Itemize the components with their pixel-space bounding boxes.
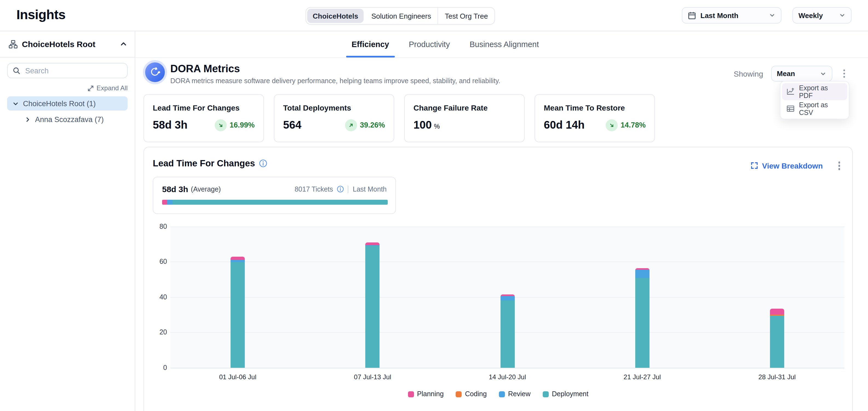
gridline-60 <box>170 262 844 262</box>
aggregation-select[interactable]: Mean <box>771 66 832 81</box>
expand-all-label: Expand All <box>97 84 128 92</box>
bar-segment-planning <box>770 309 784 315</box>
chevron-down-icon <box>769 12 775 19</box>
chevron-down-icon[interactable] <box>12 100 19 106</box>
legend-swatch <box>499 391 505 397</box>
average-label: (Average) <box>191 185 221 193</box>
bar-21-jul-27-jul[interactable] <box>635 268 649 368</box>
y-tick-20: 20 <box>159 328 167 336</box>
chart-yaxis: 020406080 <box>150 227 167 368</box>
bar-segment-planning <box>366 242 380 245</box>
calendar-icon <box>688 11 696 20</box>
table-icon <box>786 105 795 113</box>
date-range-select[interactable]: Last Month <box>682 7 781 24</box>
dora-section-description: DORA metrics measure software delivery p… <box>170 77 500 85</box>
metric-card-value-row: 60d 14h14.78% <box>544 119 646 131</box>
bar-segment-deployment <box>366 246 380 368</box>
expand-all-button[interactable]: Expand All <box>88 84 128 92</box>
bar-segment-planning <box>230 257 245 260</box>
info-icon[interactable] <box>337 185 344 193</box>
lead-time-section: Lead Time For Changes View Breakdown <box>144 147 852 411</box>
info-icon[interactable] <box>259 159 267 168</box>
bar-segment-deployment <box>635 278 649 368</box>
legend-swatch <box>408 391 414 397</box>
legend-swatch <box>543 391 549 397</box>
org-tree: ChoiceHotels Root (1)Anna Scozzafava (7) <box>7 96 128 128</box>
legend-item-planning[interactable]: Planning <box>408 390 443 398</box>
bar-segment-review <box>635 270 649 278</box>
granularity-select[interactable]: Weekly <box>793 7 851 24</box>
sidebar-root-label: ChoiceHotels Root <box>22 39 116 49</box>
expand-all-icon <box>88 85 94 91</box>
tree-item-choicehotels-root-1[interactable]: ChoiceHotels Root (1) <box>7 96 128 110</box>
x-label-01-jul-06-jul: 01 Jul-06 Jul <box>219 373 256 381</box>
menu-item-label: Export as PDF <box>799 84 843 99</box>
gridline-80 <box>170 226 844 227</box>
org-tab-choicehotels[interactable]: ChoiceHotels <box>307 9 364 23</box>
trend-badge: 16.99% <box>215 119 255 131</box>
metric-card-value-row: 100% <box>413 119 515 131</box>
tab-efficiency[interactable]: Efficiency <box>350 31 390 58</box>
menu-item-export-as-pdf[interactable]: Export as PDF <box>782 83 847 100</box>
bar-14-jul-20-jul[interactable] <box>500 295 515 368</box>
bar-segment-review <box>500 296 515 301</box>
showing-controls: Showing Mean <box>734 66 848 81</box>
tree-item-anna-scozzafava-7[interactable]: Anna Scozzafava (7) <box>7 112 128 127</box>
y-tick-60: 60 <box>159 258 167 266</box>
header-controls: Last Month Weekly <box>682 7 851 24</box>
average-summary-card: 58d 3h (Average) 8017 Tickets Last Month <box>153 177 396 214</box>
bar-01-jul-06-jul[interactable] <box>230 257 245 368</box>
progress-segment-review <box>167 200 172 205</box>
x-label-28-jul-31-jul: 28 Jul-31 Jul <box>758 373 796 381</box>
view-breakdown-button[interactable]: View Breakdown <box>751 162 823 170</box>
metric-card-lead-time-for-changes: Lead Time For Changes58d 3h16.99% <box>144 94 264 142</box>
legend-label: Review <box>508 390 531 398</box>
x-label-14-jul-20-jul: 14 Jul-20 Jul <box>489 373 526 381</box>
tab-business-alignment[interactable]: Business Alignment <box>468 31 540 58</box>
dora-kebab-menu-icon[interactable] <box>840 67 848 80</box>
trend-value: 39.26% <box>360 121 385 129</box>
legend-item-coding[interactable]: Coding <box>456 390 487 398</box>
top-header: Insights ChoiceHotelsSolution EngineersT… <box>0 0 868 31</box>
collapse-panel-icon[interactable] <box>120 40 127 47</box>
metric-card-title: Lead Time For Changes <box>153 103 255 112</box>
y-tick-80: 80 <box>159 222 167 230</box>
export-menu: Export as PDFExport as CSV <box>780 81 849 119</box>
search-input[interactable] <box>24 66 122 75</box>
bar-28-jul-31-jul[interactable] <box>770 309 784 368</box>
metric-card-value: 58d 3h <box>153 119 188 131</box>
trend-up-icon <box>345 119 357 131</box>
trend-down-icon <box>606 119 618 131</box>
menu-item-label: Export as CSV <box>799 101 843 116</box>
lead-time-kebab-menu-icon[interactable] <box>835 159 843 172</box>
dora-metrics-icon <box>145 62 165 82</box>
metric-card-value: 100% <box>413 119 440 131</box>
legend-item-deployment[interactable]: Deployment <box>543 390 588 398</box>
aggregation-value: Mean <box>777 69 795 78</box>
metric-tabs-row: EfficiencyProductivityBusiness Alignment <box>135 31 868 58</box>
legend-item-review[interactable]: Review <box>499 390 531 398</box>
x-label-07-jul-13-jul: 07 Jul-13 Jul <box>354 373 391 381</box>
showing-label: Showing <box>734 69 763 78</box>
metric-cards: Lead Time For Changes58d 3h16.99%Total D… <box>144 94 655 142</box>
org-tab-test-org-tree[interactable]: Test Org Tree <box>438 8 495 24</box>
menu-item-export-as-csv[interactable]: Export as CSV <box>782 100 847 117</box>
main-tabs: EfficiencyProductivityBusiness Alignment <box>350 31 540 58</box>
lead-time-title-row: Lead Time For Changes <box>153 158 267 169</box>
metric-card-change-failure-rate: Change Failure Rate100% <box>404 94 525 142</box>
dora-section-title: DORA Metrics <box>170 63 240 75</box>
bar-07-jul-13-jul[interactable] <box>366 242 380 368</box>
legend-label: Deployment <box>552 390 588 398</box>
main-content: EfficiencyProductivityBusiness Alignment… <box>135 31 868 411</box>
phase-progress-bar <box>162 200 388 205</box>
org-tab-solution-engineers[interactable]: Solution Engineers <box>365 8 438 24</box>
trend-badge: 39.26% <box>345 119 385 131</box>
tab-productivity[interactable]: Productivity <box>408 31 451 58</box>
view-breakdown-label: View Breakdown <box>762 162 823 170</box>
chart-legend: PlanningCodingReviewDeployment <box>144 390 852 398</box>
tree-item-label: ChoiceHotels Root (1) <box>23 99 96 107</box>
bar-segment-deployment <box>230 262 245 368</box>
chevron-right-icon[interactable] <box>25 116 31 122</box>
metric-card-value: 60d 14h <box>544 119 585 131</box>
metric-card-title: Total Deployments <box>283 103 385 112</box>
